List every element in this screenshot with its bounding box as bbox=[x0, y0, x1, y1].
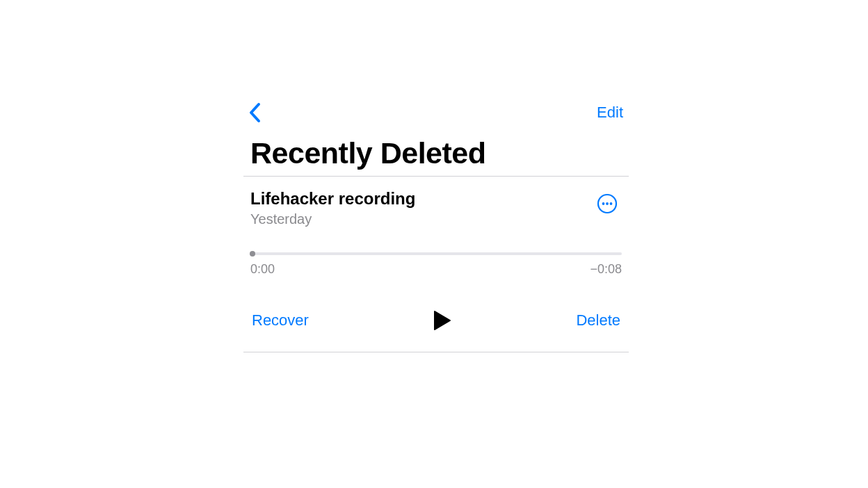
svg-point-3 bbox=[610, 202, 613, 205]
divider-bottom bbox=[243, 352, 629, 352]
recover-button[interactable]: Recover bbox=[252, 311, 309, 330]
play-button[interactable] bbox=[431, 307, 454, 334]
more-options-icon bbox=[597, 193, 618, 214]
svg-point-2 bbox=[606, 202, 609, 205]
time-remaining: −0:08 bbox=[590, 262, 622, 277]
recording-header: Lifehacker recording Yesterday bbox=[250, 189, 622, 227]
playback-controls: Recover Delete bbox=[250, 307, 622, 334]
svg-point-1 bbox=[602, 202, 605, 205]
recording-subtitle: Yesterday bbox=[250, 211, 597, 227]
delete-button[interactable]: Delete bbox=[576, 311, 620, 330]
edit-button[interactable]: Edit bbox=[594, 101, 626, 124]
recording-item: Lifehacker recording Yesterday 0:00 −0:0… bbox=[243, 177, 629, 352]
nav-bar: Edit bbox=[243, 97, 629, 128]
scrubber-track[interactable] bbox=[250, 252, 622, 255]
recording-title: Lifehacker recording bbox=[250, 189, 597, 209]
time-labels: 0:00 −0:08 bbox=[250, 262, 622, 277]
page-title: Recently Deleted bbox=[243, 136, 629, 170]
back-button[interactable] bbox=[246, 99, 264, 126]
scrubber-knob[interactable] bbox=[250, 251, 255, 257]
chevron-left-icon bbox=[249, 102, 261, 123]
scrubber-area: 0:00 −0:08 bbox=[250, 252, 622, 277]
more-options-button[interactable] bbox=[597, 193, 618, 217]
play-icon bbox=[433, 310, 451, 331]
recently-deleted-view: Edit Recently Deleted Lifehacker recordi… bbox=[243, 97, 629, 352]
recording-info: Lifehacker recording Yesterday bbox=[250, 189, 597, 227]
time-elapsed: 0:00 bbox=[250, 262, 275, 277]
